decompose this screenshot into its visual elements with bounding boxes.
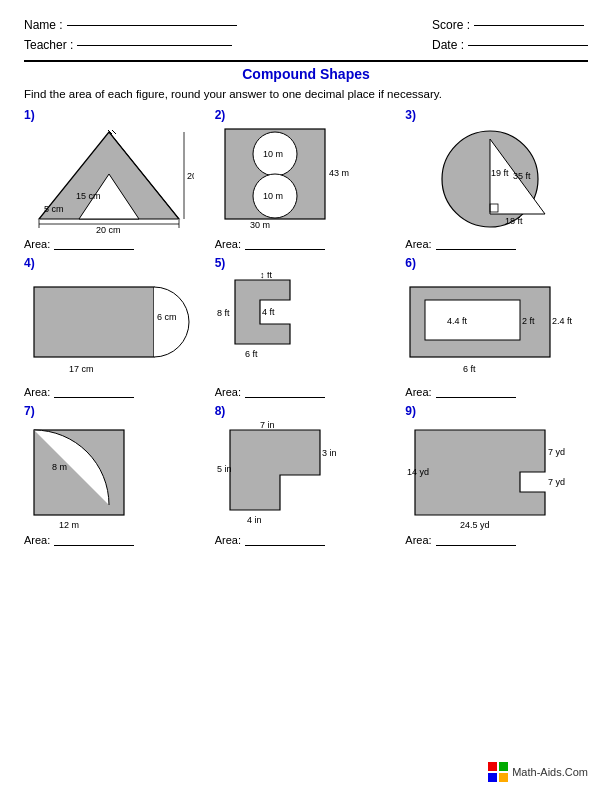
area-answer-7[interactable] — [54, 534, 134, 546]
svg-text:43 m: 43 m — [329, 168, 349, 178]
svg-1: 20 cm 15 cm 5 cm 20 cm — [24, 124, 194, 234]
svg-text:24.5 yd: 24.5 yd — [460, 520, 490, 530]
teacher-line: Teacher : — [24, 38, 237, 52]
figure-4: 6 cm 17 cm — [24, 272, 194, 382]
svg-text:19 ft: 19 ft — [491, 168, 509, 178]
area-answer-2[interactable] — [245, 238, 325, 250]
teacher-field[interactable] — [77, 45, 232, 46]
figure-1: 20 cm 15 cm 5 cm 20 cm — [24, 124, 194, 234]
date-field[interactable] — [468, 45, 588, 46]
problem-9: 9) 14 yd 7 yd 7 yd 24.5 yd Area: — [405, 404, 588, 546]
svg-text:4 ft: 4 ft — [262, 307, 275, 317]
svg-text:5 in: 5 in — [217, 464, 232, 474]
area-label-2: Area: — [215, 238, 241, 250]
header-left: Name : Teacher : — [24, 18, 237, 52]
area-6: Area: — [405, 386, 515, 398]
area-label-4: Area: — [24, 386, 50, 398]
area-3: Area: — [405, 238, 515, 250]
footer-logo — [488, 762, 508, 782]
svg-rect-54 — [488, 762, 497, 771]
score-field[interactable] — [474, 25, 584, 26]
problem-8-num: 8) — [215, 404, 226, 418]
date-label: Date : — [432, 38, 464, 52]
problem-4-num: 4) — [24, 256, 35, 270]
svg-text:14 yd: 14 yd — [407, 467, 429, 477]
area-answer-9[interactable] — [436, 534, 516, 546]
area-label-9: Area: — [405, 534, 431, 546]
problem-5: 5) ↕ ft 8 ft 4 ft 6 ft Ar — [215, 256, 398, 398]
svg-marker-49 — [415, 430, 545, 515]
svg-text:10 m: 10 m — [263, 149, 283, 159]
svg-text:6 ft: 6 ft — [245, 349, 258, 359]
svg-text:17 cm: 17 cm — [69, 364, 94, 374]
area-2: Area: — [215, 238, 325, 250]
problem-8: 8) 7 in 5 in 3 in 4 in Area: — [215, 404, 398, 546]
date-line: Date : — [432, 38, 588, 52]
svg-text:2.4 ft: 2.4 ft — [552, 316, 573, 326]
svg-rect-36 — [425, 300, 520, 340]
area-7: Area: — [24, 534, 134, 546]
svg-text:7 yd: 7 yd — [548, 477, 565, 487]
figure-8: 7 in 5 in 3 in 4 in — [215, 420, 385, 530]
svg-rect-55 — [499, 762, 508, 771]
area-9: Area: — [405, 534, 515, 546]
svg-3: 19 ft 35 ft 18 ft — [405, 124, 575, 234]
area-label-1: Area: — [24, 238, 50, 250]
problem-6: 6) 4.4 ft 2 ft 2.4 ft 6 ft Area: — [405, 256, 588, 398]
svg-text:18 ft: 18 ft — [505, 216, 523, 226]
svg-marker-44 — [230, 430, 320, 510]
svg-text:20 cm: 20 cm — [187, 171, 194, 181]
svg-text:20 cm: 20 cm — [96, 225, 121, 234]
area-5: Area: — [215, 386, 325, 398]
teacher-label: Teacher : — [24, 38, 73, 52]
figure-2: 10 m 10 m 43 m 30 m — [215, 124, 385, 234]
area-label-5: Area: — [215, 386, 241, 398]
svg-text:4 in: 4 in — [247, 515, 262, 525]
page: Name : Teacher : Score : Date : Compound… — [0, 0, 612, 792]
problem-7: 7) 8 m 12 m Area: — [24, 404, 207, 546]
figure-7: 8 m 12 m — [24, 420, 194, 530]
area-answer-5[interactable] — [245, 386, 325, 398]
svg-6: 4.4 ft 2 ft 2.4 ft 6 ft — [405, 272, 575, 382]
svg-2: 10 m 10 m 43 m 30 m — [215, 124, 385, 234]
svg-8: 7 in 5 in 3 in 4 in — [215, 420, 385, 530]
svg-rect-57 — [499, 773, 508, 782]
problem-9-num: 9) — [405, 404, 416, 418]
score-line: Score : — [432, 18, 588, 32]
problem-2-num: 2) — [215, 108, 226, 122]
problem-1-num: 1) — [24, 108, 35, 122]
header: Name : Teacher : Score : Date : — [24, 18, 588, 52]
instructions: Find the area of each figure, round your… — [24, 88, 588, 100]
area-answer-6[interactable] — [436, 386, 516, 398]
problem-3: 3) 19 ft 35 ft 18 ft Area: — [405, 108, 588, 250]
svg-text:8 ft: 8 ft — [217, 308, 230, 318]
svg-text:30 m: 30 m — [250, 220, 270, 230]
area-answer-4[interactable] — [54, 386, 134, 398]
score-label: Score : — [432, 18, 470, 32]
svg-5: ↕ ft 8 ft 4 ft 6 ft — [215, 272, 385, 382]
area-8: Area: — [215, 534, 325, 546]
area-answer-8[interactable] — [245, 534, 325, 546]
problem-4: 4) 6 cm 17 cm Area: — [24, 256, 207, 398]
svg-text:5 cm: 5 cm — [44, 204, 64, 214]
problem-6-num: 6) — [405, 256, 416, 270]
area-answer-1[interactable] — [54, 238, 134, 250]
svg-text:7 yd: 7 yd — [548, 447, 565, 457]
problem-2: 2) 10 m 10 m 43 m 30 m — [215, 108, 398, 250]
svg-rect-27 — [34, 287, 154, 357]
problem-3-num: 3) — [405, 108, 416, 122]
svg-text:4.4 ft: 4.4 ft — [447, 316, 468, 326]
area-1: Area: — [24, 238, 134, 250]
svg-text:12 m: 12 m — [59, 520, 79, 530]
area-answer-3[interactable] — [436, 238, 516, 250]
name-field[interactable] — [67, 25, 237, 26]
svg-9: 14 yd 7 yd 7 yd 24.5 yd — [405, 420, 575, 530]
problem-5-num: 5) — [215, 256, 226, 270]
area-label-6: Area: — [405, 386, 431, 398]
page-title: Compound Shapes — [24, 66, 588, 82]
figure-6: 4.4 ft 2 ft 2.4 ft 6 ft — [405, 272, 575, 382]
name-line: Name : — [24, 18, 237, 32]
name-label: Name : — [24, 18, 63, 32]
svg-text:2 ft: 2 ft — [522, 316, 535, 326]
svg-text:10 m: 10 m — [263, 191, 283, 201]
